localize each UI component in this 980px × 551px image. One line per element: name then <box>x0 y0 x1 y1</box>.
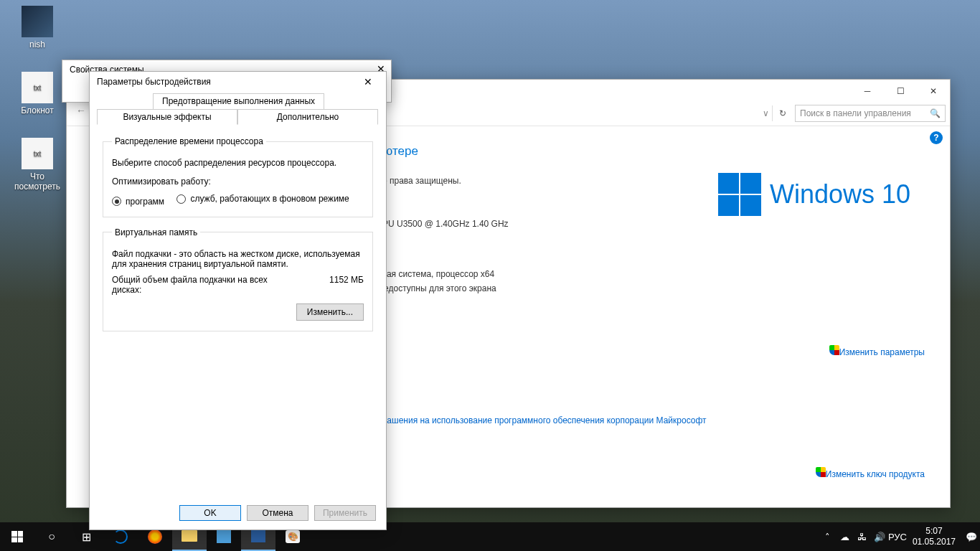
windows-wordmark: Windows 10 <box>770 179 910 209</box>
tab-advanced[interactable]: Дополнительно <box>237 109 378 125</box>
back-button[interactable]: ← <box>71 105 91 122</box>
tray-chevron-up-icon[interactable]: ˄ <box>819 532 837 542</box>
dialog-button-row: OK Отмена Применить <box>179 505 376 521</box>
vm-size-value: 1152 МБ <box>329 275 364 295</box>
group-legend: Распределение времени процессора <box>112 136 266 146</box>
firefox-icon <box>148 529 162 544</box>
ok-button[interactable]: OK <box>179 505 241 521</box>
cancel-button[interactable]: Отмена <box>247 505 308 521</box>
desktop-icon-notepad[interactable]: txt Блокнот <box>10 72 65 116</box>
change-key-link[interactable]: Изменить ключ продукта <box>816 467 925 479</box>
cpu-scheduling-group: Распределение времени процессора Выберит… <box>103 136 373 217</box>
virtual-memory-group: Виртуальная память Файл подкачки - это о… <box>103 227 373 331</box>
tray-date: 01.05.2017 <box>913 537 956 547</box>
close-button[interactable]: ✕ <box>357 76 379 88</box>
shield-icon <box>816 467 826 477</box>
cortana-search-icon[interactable]: ○ <box>34 522 69 551</box>
tray-notifications-icon[interactable]: 💬 <box>963 532 980 542</box>
start-button[interactable] <box>0 522 34 551</box>
desktop-icon-nish[interactable]: nish <box>10 6 65 50</box>
radio-label: служб, работающих в фоновом режиме <box>190 194 349 204</box>
tray-time: 5:07 <box>913 526 956 537</box>
close-button[interactable]: ✕ <box>917 80 950 101</box>
windows-icon <box>718 173 761 216</box>
change-vm-button[interactable]: Изменить... <box>296 303 364 321</box>
edge-icon <box>113 529 128 544</box>
performance-options-dialog: Параметры быстродействия ✕ Предотвращени… <box>89 71 387 530</box>
app-icon <box>217 530 231 543</box>
folder-thumb-icon <box>22 6 53 37</box>
help-icon[interactable]: ? <box>930 131 943 144</box>
tray-volume-icon[interactable]: 🔊 <box>871 532 888 542</box>
desktop-icon-watch[interactable]: txt Что посмотреть <box>10 138 65 192</box>
search-icon: 🔍 <box>930 108 941 118</box>
tray-onedrive-icon[interactable]: ☁ <box>837 532 854 542</box>
optimize-label: Оптимизировать работу: <box>112 176 364 187</box>
vm-total-label: Общий объем файла подкачки на всех диска… <box>112 275 277 295</box>
shield-icon <box>829 345 839 355</box>
system-tray: ˄ ☁ 🖧 🔊 РУС 5:07 01.05.2017 💬 <box>819 522 980 551</box>
dialog-title: Параметры быстродействия <box>97 77 211 87</box>
group-legend: Виртуальная память <box>112 227 200 237</box>
tray-language[interactable]: РУС <box>888 532 905 542</box>
text-file-icon: txt <box>22 138 53 169</box>
search-input[interactable]: Поиск в панели управления 🔍 <box>795 105 946 122</box>
minimize-button[interactable]: ─ <box>851 80 884 101</box>
icon-label: Что посмотреть <box>10 171 65 192</box>
tab-dep[interactable]: Предотвращение выполнения данных <box>153 93 324 109</box>
app-icon <box>251 529 265 542</box>
windows-logo: Windows 10 <box>718 173 910 216</box>
radio-label: программ <box>126 197 164 207</box>
apply-button: Применить <box>314 505 376 521</box>
search-placeholder: Поиск в панели управления <box>800 108 911 118</box>
radio-programs[interactable]: программ <box>112 197 164 207</box>
tab-visual-effects[interactable]: Визуальные эффекты <box>97 109 237 125</box>
folder-icon <box>182 530 197 542</box>
maximize-button[interactable]: ☐ <box>884 80 917 101</box>
tray-network-icon[interactable]: 🖧 <box>854 532 871 542</box>
titlebar[interactable]: Параметры быстродействия ✕ <box>90 72 386 92</box>
cpu-caption: Выберите способ распределения ресурсов п… <box>112 158 364 168</box>
icon-label: Блокнот <box>10 105 65 116</box>
change-params-link[interactable]: Изменить параметры <box>829 345 925 357</box>
tab-strip: Предотвращение выполнения данных Визуаль… <box>97 93 379 125</box>
paint-icon: 🎨 <box>286 530 300 543</box>
refresh-button[interactable]: ↻ <box>772 105 792 121</box>
icon-label: nish <box>10 39 65 50</box>
vm-description: Файл подкачки - это область на жестком д… <box>112 249 364 269</box>
tray-clock[interactable]: 5:07 01.05.2017 <box>905 526 963 547</box>
radio-services[interactable]: служб, работающих в фоновом режиме <box>176 194 349 204</box>
text-file-icon: txt <box>22 72 53 103</box>
